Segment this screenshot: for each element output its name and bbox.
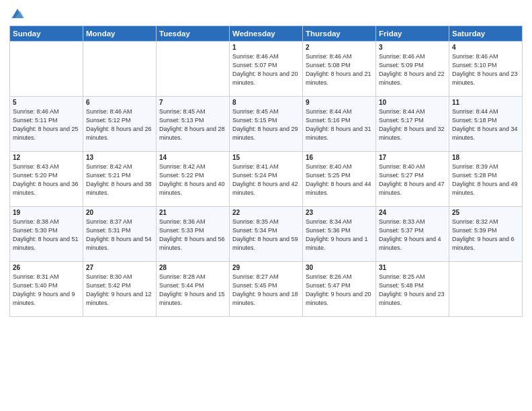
- weekday-header-sunday: Sunday: [10, 26, 83, 42]
- day-info: Sunrise: 8:46 AM Sunset: 5:10 PM Dayligh…: [452, 52, 519, 87]
- day-cell: 29Sunrise: 8:27 AM Sunset: 5:45 PM Dayli…: [230, 262, 303, 317]
- day-cell: 13Sunrise: 8:42 AM Sunset: 5:21 PM Dayli…: [83, 152, 157, 207]
- day-number: 1: [232, 44, 300, 51]
- day-cell: 7Sunrise: 8:45 AM Sunset: 5:13 PM Daylig…: [157, 97, 230, 152]
- day-info: Sunrise: 8:31 AM Sunset: 5:40 PM Dayligh…: [13, 273, 80, 308]
- day-number: 21: [159, 209, 226, 216]
- day-info: Sunrise: 8:45 AM Sunset: 5:15 PM Dayligh…: [232, 107, 300, 142]
- day-cell: 6Sunrise: 8:46 AM Sunset: 5:12 PM Daylig…: [83, 97, 157, 152]
- day-info: Sunrise: 8:27 AM Sunset: 5:45 PM Dayligh…: [232, 273, 300, 308]
- day-number: 18: [452, 154, 519, 161]
- day-cell: [157, 42, 230, 97]
- day-cell: 9Sunrise: 8:44 AM Sunset: 5:16 PM Daylig…: [303, 97, 376, 152]
- day-info: Sunrise: 8:43 AM Sunset: 5:20 PM Dayligh…: [13, 163, 80, 197]
- day-cell: 4Sunrise: 8:46 AM Sunset: 5:10 PM Daylig…: [449, 42, 523, 97]
- day-cell: 2Sunrise: 8:46 AM Sunset: 5:08 PM Daylig…: [303, 42, 376, 97]
- day-info: Sunrise: 8:42 AM Sunset: 5:21 PM Dayligh…: [86, 163, 153, 197]
- day-number: 14: [159, 154, 226, 161]
- day-cell: 15Sunrise: 8:41 AM Sunset: 5:24 PM Dayli…: [230, 152, 303, 207]
- day-number: 9: [306, 99, 373, 106]
- day-cell: 31Sunrise: 8:25 AM Sunset: 5:48 PM Dayli…: [376, 262, 449, 317]
- day-cell: 3Sunrise: 8:46 AM Sunset: 5:09 PM Daylig…: [376, 42, 449, 97]
- day-info: Sunrise: 8:38 AM Sunset: 5:30 PM Dayligh…: [13, 218, 80, 253]
- day-info: Sunrise: 8:30 AM Sunset: 5:42 PM Dayligh…: [86, 273, 153, 308]
- day-number: 31: [379, 264, 446, 271]
- day-info: Sunrise: 8:33 AM Sunset: 5:37 PM Dayligh…: [379, 218, 446, 253]
- day-cell: 11Sunrise: 8:44 AM Sunset: 5:18 PM Dayli…: [449, 97, 523, 152]
- day-info: Sunrise: 8:37 AM Sunset: 5:31 PM Dayligh…: [86, 218, 153, 253]
- day-info: Sunrise: 8:25 AM Sunset: 5:48 PM Dayligh…: [379, 273, 446, 308]
- day-number: 2: [306, 44, 373, 51]
- day-number: 7: [159, 99, 226, 106]
- day-cell: 24Sunrise: 8:33 AM Sunset: 5:37 PM Dayli…: [376, 207, 449, 262]
- day-info: Sunrise: 8:46 AM Sunset: 5:11 PM Dayligh…: [13, 107, 80, 142]
- day-number: 16: [306, 154, 373, 161]
- day-number: 4: [452, 44, 519, 51]
- day-number: 12: [13, 154, 80, 161]
- day-info: Sunrise: 8:28 AM Sunset: 5:44 PM Dayligh…: [159, 273, 226, 308]
- day-number: 8: [232, 99, 300, 106]
- day-cell: 19Sunrise: 8:38 AM Sunset: 5:30 PM Dayli…: [10, 207, 83, 262]
- day-cell: 23Sunrise: 8:34 AM Sunset: 5:36 PM Dayli…: [303, 207, 376, 262]
- weekday-header-row: SundayMondayTuesdayWednesdayThursdayFrid…: [10, 26, 523, 42]
- day-number: 29: [232, 264, 300, 271]
- day-cell: 22Sunrise: 8:35 AM Sunset: 5:34 PM Dayli…: [230, 207, 303, 262]
- day-cell: 10Sunrise: 8:44 AM Sunset: 5:17 PM Dayli…: [376, 97, 449, 152]
- weekday-header-friday: Friday: [376, 26, 449, 42]
- day-info: Sunrise: 8:46 AM Sunset: 5:08 PM Dayligh…: [306, 52, 373, 87]
- header: [9, 7, 523, 20]
- day-cell: 18Sunrise: 8:39 AM Sunset: 5:28 PM Dayli…: [449, 152, 523, 207]
- day-number: 26: [13, 264, 80, 271]
- day-number: 28: [159, 264, 226, 271]
- week-row-4: 19Sunrise: 8:38 AM Sunset: 5:30 PM Dayli…: [10, 207, 523, 262]
- day-cell: 20Sunrise: 8:37 AM Sunset: 5:31 PM Dayli…: [83, 207, 157, 262]
- weekday-header-wednesday: Wednesday: [230, 26, 303, 42]
- day-info: Sunrise: 8:39 AM Sunset: 5:28 PM Dayligh…: [452, 163, 519, 197]
- day-info: Sunrise: 8:44 AM Sunset: 5:17 PM Dayligh…: [379, 107, 446, 142]
- day-number: 11: [452, 99, 519, 106]
- day-info: Sunrise: 8:40 AM Sunset: 5:25 PM Dayligh…: [306, 163, 373, 197]
- day-cell: 16Sunrise: 8:40 AM Sunset: 5:25 PM Dayli…: [303, 152, 376, 207]
- day-number: 24: [379, 209, 446, 216]
- day-number: 10: [379, 99, 446, 106]
- day-info: Sunrise: 8:46 AM Sunset: 5:12 PM Dayligh…: [86, 107, 153, 142]
- day-cell: 27Sunrise: 8:30 AM Sunset: 5:42 PM Dayli…: [83, 262, 157, 317]
- weekday-header-monday: Monday: [83, 26, 157, 42]
- day-cell: 26Sunrise: 8:31 AM Sunset: 5:40 PM Dayli…: [10, 262, 83, 317]
- day-cell: 8Sunrise: 8:45 AM Sunset: 5:15 PM Daylig…: [230, 97, 303, 152]
- day-info: Sunrise: 8:46 AM Sunset: 5:09 PM Dayligh…: [379, 52, 446, 87]
- calendar: SundayMondayTuesdayWednesdayThursdayFrid…: [9, 26, 523, 317]
- day-number: 17: [379, 154, 446, 161]
- day-info: Sunrise: 8:46 AM Sunset: 5:07 PM Dayligh…: [232, 52, 300, 87]
- day-number: 23: [306, 209, 373, 216]
- day-cell: [449, 262, 523, 317]
- day-cell: 5Sunrise: 8:46 AM Sunset: 5:11 PM Daylig…: [10, 97, 83, 152]
- week-row-2: 5Sunrise: 8:46 AM Sunset: 5:11 PM Daylig…: [10, 97, 523, 152]
- day-cell: 21Sunrise: 8:36 AM Sunset: 5:33 PM Dayli…: [157, 207, 230, 262]
- day-number: 5: [13, 99, 80, 106]
- day-number: 15: [232, 154, 300, 161]
- day-cell: [83, 42, 157, 97]
- week-row-1: 1Sunrise: 8:46 AM Sunset: 5:07 PM Daylig…: [10, 42, 523, 97]
- day-info: Sunrise: 8:36 AM Sunset: 5:33 PM Dayligh…: [159, 218, 226, 253]
- day-number: 3: [379, 44, 446, 51]
- day-number: 25: [452, 209, 519, 216]
- day-cell: 17Sunrise: 8:40 AM Sunset: 5:27 PM Dayli…: [376, 152, 449, 207]
- day-info: Sunrise: 8:42 AM Sunset: 5:22 PM Dayligh…: [159, 163, 226, 197]
- day-info: Sunrise: 8:44 AM Sunset: 5:18 PM Dayligh…: [452, 107, 519, 142]
- day-number: 27: [86, 264, 153, 271]
- day-number: 22: [232, 209, 300, 216]
- week-row-5: 26Sunrise: 8:31 AM Sunset: 5:40 PM Dayli…: [10, 262, 523, 317]
- day-cell: 12Sunrise: 8:43 AM Sunset: 5:20 PM Dayli…: [10, 152, 83, 207]
- page: SundayMondayTuesdayWednesdayThursdayFrid…: [0, 0, 532, 411]
- logo: [9, 7, 28, 20]
- day-cell: 1Sunrise: 8:46 AM Sunset: 5:07 PM Daylig…: [230, 42, 303, 97]
- day-number: 13: [86, 154, 153, 161]
- day-info: Sunrise: 8:35 AM Sunset: 5:34 PM Dayligh…: [232, 218, 300, 253]
- weekday-header-saturday: Saturday: [449, 26, 523, 42]
- day-number: 19: [13, 209, 80, 216]
- day-info: Sunrise: 8:34 AM Sunset: 5:36 PM Dayligh…: [306, 218, 373, 253]
- day-info: Sunrise: 8:40 AM Sunset: 5:27 PM Dayligh…: [379, 163, 446, 197]
- day-number: 6: [86, 99, 153, 106]
- day-info: Sunrise: 8:41 AM Sunset: 5:24 PM Dayligh…: [232, 163, 300, 197]
